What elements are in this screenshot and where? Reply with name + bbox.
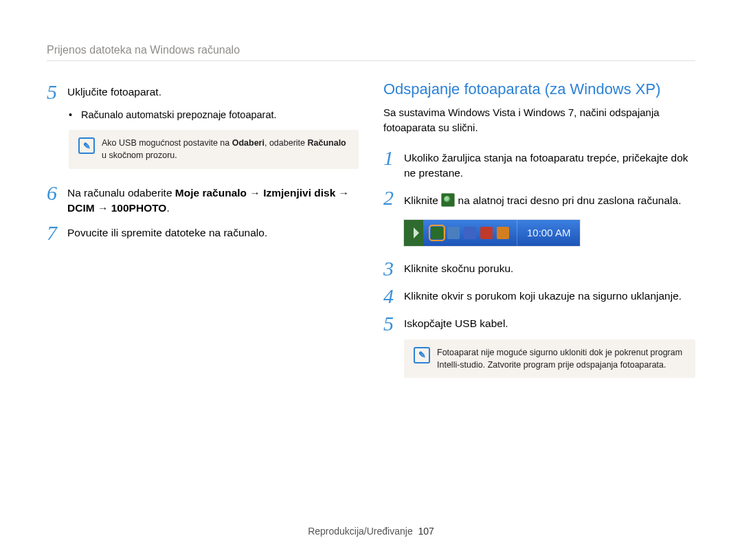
- note-box: ✎ Fotoaparat nije moguće sigurno uklonit…: [404, 339, 695, 378]
- step-body: Uključite fotoaparat.: [67, 80, 161, 100]
- two-columns: 5 Uključite fotoaparat. • Računalo autom…: [47, 80, 695, 390]
- step-r4: 4 Kliknite okvir s porukom koji ukazuje …: [383, 284, 695, 306]
- note-icon: ✎: [414, 347, 430, 363]
- tray-icon-3-icon: [464, 227, 476, 239]
- safely-remove-hardware-icon: [441, 193, 455, 207]
- bullet-dot: •: [69, 108, 81, 122]
- note-icon: ✎: [78, 137, 95, 154]
- step-body: Iskopčajte USB kabel.: [404, 312, 508, 331]
- note-text: Ako USB mogućnost postavite na Odaberi, …: [102, 137, 349, 161]
- start-button-icon: [404, 220, 423, 246]
- bullet-text: Računalo automatski prepoznaje fotoapara…: [81, 108, 277, 122]
- step-number: 6: [47, 181, 67, 203]
- step-number: 1: [383, 146, 404, 168]
- tray-icon-4-icon: [480, 227, 493, 239]
- section-intro: Sa sustavima Windows Vista i Windows 7, …: [383, 105, 695, 135]
- step-r3: 3 Kliknite skočnu poruku.: [383, 257, 695, 279]
- footer-section: Reprodukcija/Uređivanje: [308, 526, 413, 537]
- tray-icon-5-icon: [497, 227, 509, 239]
- step-r1: 1 Ukoliko žaruljica stanja na fotoaparat…: [383, 146, 695, 181]
- step-number: 4: [383, 284, 404, 306]
- step-6: 6 Na računalu odaberite Moje računalo → …: [47, 181, 359, 216]
- step-r5: 5 Iskopčajte USB kabel.: [383, 312, 695, 334]
- step-body: Ukoliko žaruljica stanja na fotoaparatu …: [404, 146, 695, 181]
- breadcrumb: Prijenos datoteka na Windows računalo: [47, 44, 695, 61]
- step-7: 7 Povucite ili spremite datoteke na raču…: [47, 221, 359, 243]
- system-tray: [423, 220, 517, 246]
- taskbar-clock: 10:00 AM: [517, 220, 580, 246]
- note-box: ✎ Ako USB mogućnost postavite na Odaberi…: [69, 130, 359, 168]
- page-number: 107: [418, 526, 434, 537]
- left-column: 5 Uključite fotoaparat. • Računalo autom…: [47, 80, 359, 390]
- step-body: Na računalu odaberite Moje računalo → Iz…: [67, 181, 359, 216]
- step-body: Povucite ili spremite datoteke na računa…: [67, 221, 267, 240]
- page-footer: Reprodukcija/Uređivanje 107: [0, 526, 742, 537]
- step-number: 3: [383, 257, 404, 279]
- note-text: Fotoaparat nije moguće sigurno ukloniti …: [437, 346, 686, 371]
- tray-icon-2-icon: [447, 227, 460, 239]
- bullet-item: • Računalo automatski prepoznaje fotoapa…: [69, 108, 359, 122]
- step-number: 7: [47, 221, 67, 243]
- windows-taskbar: 10:00 AM: [404, 220, 580, 246]
- step-r2: 2 Kliknite na alatnoj traci desno pri dn…: [383, 186, 695, 208]
- section-heading: Odspajanje fotoaparata (za Windows XP): [383, 80, 695, 98]
- safely-remove-icon: [431, 227, 443, 239]
- page: Prijenos datoteka na Windows računalo 5 …: [0, 0, 742, 560]
- right-column: Odspajanje fotoaparata (za Windows XP) S…: [383, 80, 695, 390]
- step-number: 5: [47, 80, 67, 102]
- step-body: Kliknite skočnu poruku.: [404, 257, 513, 276]
- step-body: Kliknite okvir s porukom koji ukazuje na…: [404, 284, 682, 304]
- step-5: 5 Uključite fotoaparat.: [47, 80, 359, 102]
- step-body: Kliknite na alatnoj traci desno pri dnu …: [404, 186, 681, 208]
- step-number: 5: [383, 312, 404, 334]
- step-number: 2: [383, 186, 404, 208]
